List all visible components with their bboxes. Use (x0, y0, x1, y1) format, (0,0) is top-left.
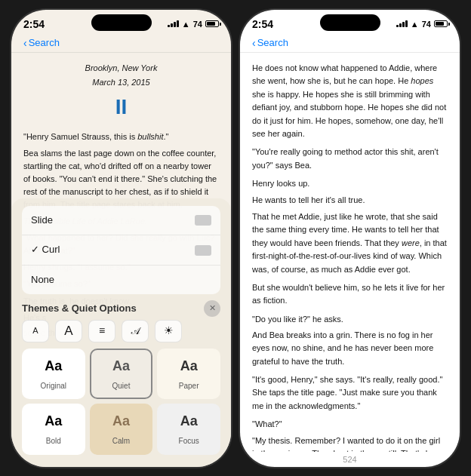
left-nav-bar: ‹ Search (11, 34, 231, 53)
theme-quiet-label: Aa (112, 356, 130, 377)
book-header: Brooklyn, New York March 13, 2015 II (23, 62, 219, 123)
theme-original-label: Aa (45, 356, 62, 377)
right-back-button[interactable]: ‹ Search (252, 37, 288, 49)
theme-bold-label: Aa (45, 411, 62, 432)
theme-original[interactable]: Aa Original (22, 349, 85, 399)
transition-slide[interactable]: Slide (22, 206, 220, 235)
font-list-button[interactable]: ≡ (88, 320, 115, 342)
theme-focus-label: Aa (180, 411, 198, 432)
curl-icon (195, 245, 211, 256)
theme-calm-name: Calm (112, 435, 130, 447)
left-status-icons: ▲ 74 (168, 20, 219, 29)
theme-focus[interactable]: Aa Focus (157, 404, 220, 454)
right-wifi-icon: ▲ (411, 20, 419, 29)
battery-label: 74 (193, 20, 202, 29)
theme-quiet-name: Quiet (112, 380, 131, 392)
right-signal-icon (396, 20, 408, 27)
themes-header: Themes & Quiet Options ✕ (22, 300, 220, 317)
theme-paper-name: Paper (179, 380, 199, 392)
wifi-icon: ▲ (182, 20, 190, 29)
theme-bold-name: Bold (46, 435, 61, 447)
theme-grid: Aa Original Aa Quiet Aa Paper Aa Bold (22, 349, 220, 455)
right-status-icons: ▲ 74 (396, 20, 448, 29)
theme-quiet[interactable]: Aa Quiet (90, 349, 153, 399)
chevron-left-icon: ‹ (23, 37, 27, 49)
signal-icon (168, 20, 179, 27)
transition-curl-label: ✓ Curl (31, 242, 60, 257)
right-time: 2:54 (252, 18, 273, 30)
right-chevron-left-icon: ‹ (252, 37, 256, 49)
left-phone: 2:54 ▲ 74 ‹ Search (10, 8, 232, 468)
right-battery-icon (434, 20, 448, 27)
right-book-content: He does not know what happened to Addie,… (240, 53, 460, 452)
right-dynamic-island (320, 14, 380, 31)
transition-options: Slide ✓ Curl None (22, 206, 220, 293)
transition-none[interactable]: None (22, 266, 220, 294)
back-label: Search (29, 37, 60, 48)
right-battery-label: 74 (422, 20, 431, 29)
font-decrease-button[interactable]: A (22, 320, 49, 342)
brightness-button[interactable]: ☀ (155, 320, 182, 342)
themes-label: Themes & Quiet Options (22, 301, 137, 316)
font-style-button[interactable]: 𝒜 (122, 320, 149, 342)
left-time: 2:54 (23, 18, 45, 30)
close-button[interactable]: ✕ (204, 300, 220, 317)
overlay-panel: Slide ✓ Curl None (11, 198, 231, 466)
transition-curl[interactable]: ✓ Curl (22, 235, 220, 265)
slide-icon (195, 215, 211, 226)
right-status-bar: 2:54 ▲ 74 (240, 10, 460, 34)
transition-none-label: None (31, 272, 54, 287)
book-chapter: II (23, 91, 219, 123)
battery-icon (205, 20, 219, 27)
dynamic-island (91, 14, 152, 31)
right-back-label: Search (257, 37, 288, 48)
theme-calm[interactable]: Aa Calm (90, 404, 153, 454)
theme-paper-label: Aa (180, 356, 198, 377)
font-increase-button[interactable]: A (55, 320, 82, 342)
right-phone: 2:54 ▲ 74 ‹ Search (239, 8, 461, 468)
book-location-line2: March 13, 2015 (23, 76, 219, 89)
theme-calm-label: Aa (112, 411, 130, 432)
page-number: 524 (240, 452, 460, 467)
font-options-row: A A ≡ 𝒜 ☀ (22, 320, 220, 342)
theme-original-name: Original (41, 380, 66, 392)
back-button[interactable]: ‹ Search (23, 37, 60, 49)
theme-focus-name: Focus (179, 435, 199, 447)
left-book-content: Brooklyn, New York March 13, 2015 II "He… (11, 53, 231, 467)
left-status-bar: 2:54 ▲ 74 (11, 10, 231, 34)
right-nav-bar: ‹ Search (240, 34, 460, 53)
book-location-line1: Brooklyn, New York (23, 62, 219, 75)
theme-bold[interactable]: Aa Bold (22, 404, 85, 454)
theme-paper[interactable]: Aa Paper (157, 349, 220, 399)
transition-slide-label: Slide (31, 213, 53, 228)
